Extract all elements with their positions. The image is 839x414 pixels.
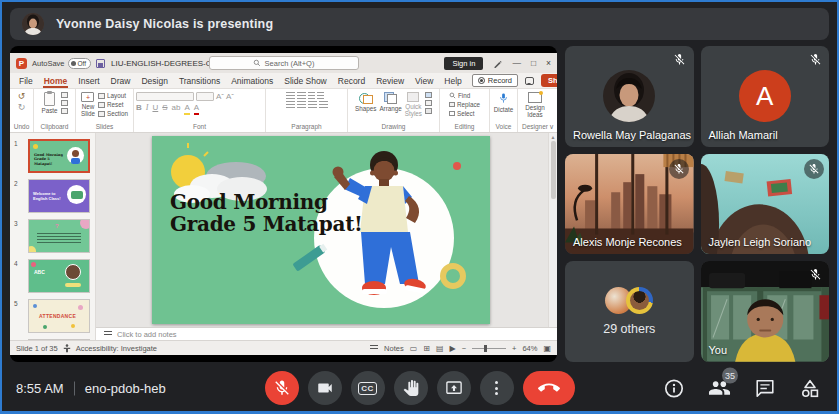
zoom-level[interactable]: 64%: [522, 344, 537, 353]
shape-effects-icon[interactable]: [425, 108, 432, 114]
new-slide-button[interactable]: +New Slide: [81, 92, 95, 117]
leave-call-button[interactable]: [523, 371, 575, 405]
collapse-ribbon-icon[interactable]: ∨: [549, 123, 554, 131]
tab-review[interactable]: Review: [375, 74, 405, 88]
font-size-box[interactable]: [196, 92, 214, 101]
copy-icon[interactable]: [61, 100, 68, 106]
strikethrough-button[interactable]: S: [162, 103, 167, 112]
char-spacing-icon[interactable]: ab: [172, 103, 181, 112]
notes-toggle-label[interactable]: Notes: [384, 344, 404, 353]
notes-pane[interactable]: Click to add notes: [96, 327, 557, 340]
paste-button[interactable]: Paste: [41, 92, 57, 114]
italic-button[interactable]: I: [146, 103, 149, 112]
align-left-icon[interactable]: [286, 101, 295, 108]
participants-panel-button[interactable]: 35: [708, 377, 731, 400]
captions-button[interactable]: CC: [351, 371, 385, 405]
chat-panel-button[interactable]: [754, 377, 776, 399]
slide-6-thumbnail[interactable]: [28, 339, 90, 340]
zoom-slider-knob[interactable]: [484, 345, 487, 352]
participant-tile-jaylen[interactable]: Jaylen Leigh Soriano: [701, 154, 830, 255]
ppt-share-button[interactable]: Share: [541, 74, 557, 87]
minimize-button[interactable]: —: [512, 58, 521, 68]
numbering-icon[interactable]: [297, 92, 306, 99]
overflow-participants-tile[interactable]: 29 others: [565, 261, 694, 362]
indent-decrease-icon[interactable]: [308, 92, 315, 99]
justify-icon[interactable]: [319, 101, 328, 108]
tab-insert[interactable]: Insert: [77, 74, 100, 88]
zoom-out-button[interactable]: −: [462, 344, 466, 353]
shrink-font-icon[interactable]: Aˇ: [226, 92, 234, 101]
thumbnail-row[interactable]: 3 ?: [12, 219, 91, 259]
zoom-slider[interactable]: [472, 348, 506, 349]
camera-toggle-button[interactable]: [308, 371, 342, 405]
zoom-in-button[interactable]: +: [512, 344, 516, 353]
mic-toggle-button[interactable]: [265, 371, 299, 405]
thumbnail-row[interactable]: 1 Good Morning Grade 5 Matapat!: [12, 139, 91, 179]
slide-thumbnail-panel[interactable]: 1 Good Morning Grade 5 Matapat! 2: [10, 133, 96, 340]
slide-4-thumbnail[interactable]: ABC: [28, 259, 90, 293]
scroll-up-icon[interactable]: ▲: [551, 134, 556, 140]
shared-screen-tile[interactable]: P AutoSave Off LIU-ENGLISH-DEGREES-OF-A.…: [10, 46, 557, 362]
indent-increase-icon[interactable]: [317, 92, 324, 99]
align-right-icon[interactable]: [308, 101, 317, 108]
raise-hand-button[interactable]: [394, 371, 428, 405]
tab-transitions[interactable]: Transitions: [178, 74, 221, 88]
align-center-icon[interactable]: [297, 101, 306, 108]
slide-5-thumbnail[interactable]: ATTENDANCE: [28, 299, 90, 333]
shape-fill-icon[interactable]: [425, 92, 432, 98]
ppt-search-box[interactable]: Search (Alt+Q): [209, 56, 359, 70]
current-slide[interactable]: Good Morning Grade 5 Matapat!: [152, 136, 490, 324]
tab-draw[interactable]: Draw: [110, 74, 132, 88]
shapes-button[interactable]: Shapes: [355, 92, 376, 112]
slide-3-thumbnail[interactable]: ?: [28, 219, 90, 253]
tab-view[interactable]: View: [414, 74, 434, 88]
restore-button[interactable]: □: [531, 58, 536, 68]
meeting-details-button[interactable]: [663, 377, 685, 399]
cut-icon[interactable]: [61, 92, 68, 98]
find-button[interactable]: Find: [449, 92, 480, 99]
normal-view-icon[interactable]: ▭: [410, 344, 418, 353]
canvas-scrollbar[interactable]: ▲: [548, 133, 557, 327]
accessibility-status[interactable]: Accessibility: Investigate: [76, 344, 157, 353]
shape-outline-icon[interactable]: [425, 100, 432, 106]
comments-icon[interactable]: [525, 77, 534, 85]
record-button[interactable]: Record: [472, 74, 518, 87]
present-screen-button[interactable]: [437, 371, 471, 405]
reset-button[interactable]: Reset: [98, 101, 128, 108]
scrollbar-thumb[interactable]: [551, 141, 556, 199]
slide-title-text[interactable]: Good Morning Grade 5 Matapat!: [170, 192, 363, 235]
slide-2-thumbnail[interactable]: Welcome to English Class!: [28, 179, 90, 213]
select-button[interactable]: Select: [449, 110, 480, 117]
section-button[interactable]: Section: [98, 110, 128, 117]
tab-home[interactable]: Home: [43, 74, 69, 88]
thumbnail-row[interactable]: 4 ABC: [12, 259, 91, 299]
reading-view-icon[interactable]: ▤: [436, 344, 444, 353]
thumbnail-row[interactable]: 5 ATTENDANCE: [12, 299, 91, 339]
tab-design[interactable]: Design: [140, 74, 168, 88]
layout-button[interactable]: Layout: [98, 92, 128, 99]
thumbnail-row[interactable]: 6: [12, 339, 91, 340]
participant-tile-alexis[interactable]: Alexis Monje Recones: [565, 154, 694, 255]
replace-button[interactable]: Replace: [449, 101, 480, 108]
dictate-button[interactable]: Dictate: [494, 92, 514, 113]
tab-help[interactable]: Help: [443, 74, 462, 88]
thumbnail-row[interactable]: 2 Welcome to English Class!: [12, 179, 91, 219]
undo-icon[interactable]: ↺: [18, 92, 26, 101]
participant-tile-alliah[interactable]: A Alliah Mamaril: [701, 46, 830, 147]
bold-button[interactable]: B: [136, 103, 142, 112]
highlight-color-button[interactable]: A: [184, 104, 189, 115]
bullets-icon[interactable]: [286, 92, 295, 99]
pen-mode-icon[interactable]: [493, 59, 502, 68]
save-icon[interactable]: [96, 59, 105, 68]
grow-font-icon[interactable]: Aˆ: [216, 92, 224, 101]
slide-sorter-view-icon[interactable]: ⊞: [423, 344, 430, 353]
more-options-button[interactable]: [480, 371, 514, 405]
slide-canvas[interactable]: Good Morning Grade 5 Matapat! ▲: [96, 133, 557, 327]
tab-slideshow[interactable]: Slide Show: [283, 74, 328, 88]
redo-icon[interactable]: ↻: [18, 103, 26, 112]
sign-in-button[interactable]: Sign in: [444, 57, 483, 70]
design-ideas-button[interactable]: Design Ideas: [525, 92, 545, 118]
notes-toggle-icon[interactable]: [370, 345, 378, 351]
slide-1-thumbnail[interactable]: Good Morning Grade 5 Matapat!: [28, 139, 90, 173]
format-painter-icon[interactable]: [61, 108, 68, 114]
